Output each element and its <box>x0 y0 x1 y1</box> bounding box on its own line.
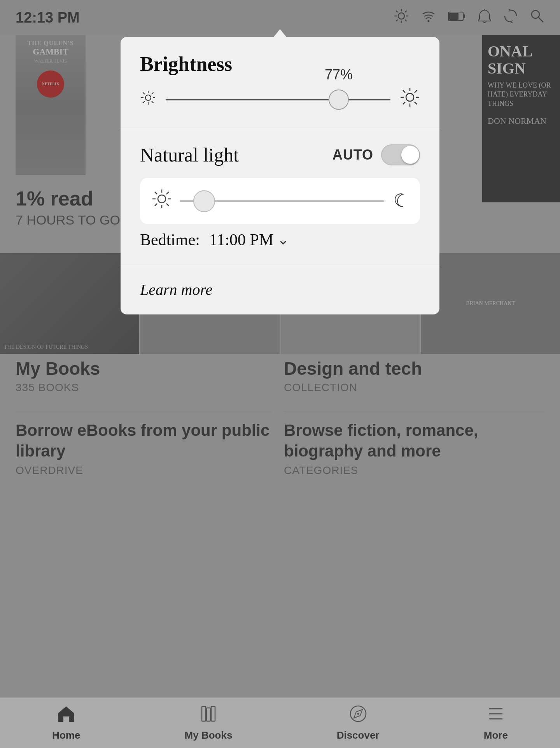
chevron-down-icon: ⌄ <box>277 232 289 248</box>
brightness-percent: 77% <box>325 67 353 83</box>
cool-icon <box>392 191 408 211</box>
brightness-section: Brightness 77% <box>121 37 439 128</box>
svg-point-24 <box>406 93 414 101</box>
learn-more-section: Learn more <box>121 265 439 314</box>
svg-line-22 <box>152 93 154 95</box>
bedtime-time-selector[interactable]: 11:00 PM ⌄ <box>209 230 289 249</box>
slider-thumb[interactable] <box>329 90 349 110</box>
warm-icon <box>152 189 172 213</box>
svg-line-32 <box>403 102 405 104</box>
warm-cool-track <box>180 200 384 202</box>
bedtime-label: Bedtime: <box>140 230 200 249</box>
svg-line-40 <box>166 192 169 194</box>
brightness-high-icon <box>400 87 420 112</box>
warm-cool-row <box>152 189 408 213</box>
brightness-low-icon <box>140 90 156 110</box>
natural-light-toggle[interactable] <box>381 144 420 165</box>
svg-line-23 <box>143 101 145 103</box>
slider-track <box>166 99 390 100</box>
warm-cool-thumb[interactable] <box>193 190 215 212</box>
natural-light-row: Natural light AUTO <box>140 144 420 166</box>
bedtime-row: Bedtime: 11:00 PM ⌄ <box>140 230 420 249</box>
svg-line-39 <box>166 204 169 206</box>
brightness-slider-row: 77% <box>140 87 420 112</box>
brightness-panel: Brightness 77% <box>121 37 439 314</box>
natural-light-section: Natural light AUTO <box>121 128 439 265</box>
brightness-slider[interactable]: 77% <box>166 88 390 111</box>
warm-cool-slider-section <box>140 178 420 224</box>
svg-point-15 <box>145 95 151 100</box>
bedtime-time-value: 11:00 PM <box>209 230 273 249</box>
auto-label: AUTO <box>332 147 373 163</box>
svg-line-38 <box>155 192 157 194</box>
warm-cool-slider[interactable] <box>180 190 384 213</box>
svg-line-29 <box>403 90 405 93</box>
natural-light-label: Natural light <box>140 144 239 166</box>
svg-point-33 <box>158 195 166 203</box>
auto-toggle-group: AUTO <box>332 144 420 165</box>
svg-line-21 <box>152 101 154 103</box>
svg-line-31 <box>415 90 417 93</box>
learn-more-link[interactable]: Learn more <box>140 281 212 298</box>
svg-line-30 <box>415 102 417 104</box>
panel-arrow <box>273 29 287 38</box>
brightness-title: Brightness <box>140 53 420 76</box>
svg-line-20 <box>143 93 145 95</box>
svg-line-41 <box>155 204 157 206</box>
toggle-knob <box>401 146 419 164</box>
